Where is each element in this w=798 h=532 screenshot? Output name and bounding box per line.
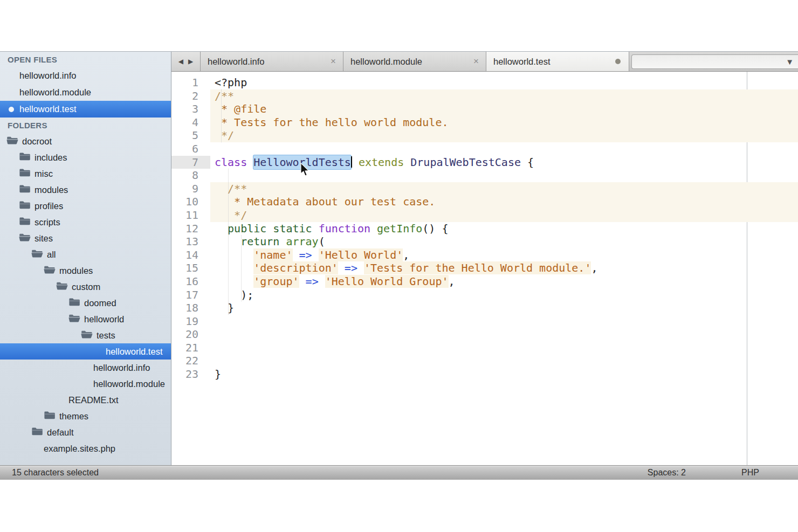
tree-item-label: helloworld.module	[93, 376, 165, 392]
code-line: 11 */	[171, 209, 798, 222]
tab-label: helloworld.info	[208, 57, 264, 66]
tab-close-icon[interactable]: ×	[331, 52, 336, 71]
code-line: 6	[171, 142, 798, 156]
code-line: 13 return array(	[171, 235, 798, 248]
line-number: 10	[171, 195, 210, 209]
code-token: ,	[449, 275, 455, 288]
folder-open-icon	[68, 311, 80, 327]
tree-file-item[interactable]: helloworld.module	[0, 376, 171, 392]
line-number: 20	[171, 328, 210, 341]
code-token: * @file	[215, 102, 266, 115]
open-files-list: helloworld.infohelloworld.modulehellowor…	[0, 67, 171, 118]
tree-item-label: custom	[72, 279, 100, 295]
code-token: function	[319, 222, 377, 235]
code-line-text: * Metadata about our test case.	[210, 195, 798, 209]
code-line-text: }	[210, 368, 798, 381]
tab-modified-dot-icon[interactable]	[615, 59, 621, 64]
code-token: ,	[591, 261, 597, 274]
folder-icon	[19, 149, 31, 165]
tree-file-item[interactable]: helloworld.info	[0, 360, 171, 376]
code-token: 'Hello World Group'	[325, 275, 449, 288]
tree-folder-item[interactable]: sites	[0, 230, 171, 246]
open-file-item[interactable]: helloworld.module	[0, 84, 171, 101]
code-token	[338, 261, 345, 274]
tree-folder-item[interactable]: tests	[0, 327, 171, 343]
tab-helloworld.module[interactable]: helloworld.module×	[343, 52, 486, 71]
code-line: 10 * Metadata about our test case.	[171, 195, 798, 209]
code-token: HelloworldTests	[253, 156, 351, 169]
code-line: 16 'group' => 'Hello World Group',	[171, 275, 798, 288]
code-token: ,	[403, 248, 409, 261]
sidebar: OPEN FILES helloworld.infohelloworld.mod…	[0, 52, 171, 465]
line-number: 9	[171, 182, 210, 196]
code-line-text: <?php	[210, 76, 798, 89]
code-line-text	[210, 142, 798, 156]
tree-folder-item[interactable]: default	[0, 424, 171, 440]
tree-folder-item[interactable]: helloworld	[0, 311, 171, 327]
folder-icon	[31, 424, 43, 440]
back-icon[interactable]: ◀	[178, 58, 183, 65]
tree-folder-item[interactable]: modules	[0, 262, 171, 279]
tab-helloworld.test[interactable]: helloworld.test	[486, 52, 629, 71]
editor-window: OPEN FILES helloworld.infohelloworld.mod…	[0, 51, 798, 480]
folder-icon	[44, 408, 56, 424]
line-number: 15	[171, 261, 210, 275]
indent-guide	[241, 235, 242, 301]
line-number: 16	[171, 275, 210, 288]
tree-file-item[interactable]: helloworld.test	[0, 343, 171, 360]
tree-folder-item[interactable]: profiles	[0, 198, 171, 214]
folder-icon	[19, 198, 31, 214]
tree-item-label: helloworld.info	[93, 360, 150, 376]
syntax-selector[interactable]: PHP	[741, 466, 759, 480]
code-line-text	[210, 315, 798, 328]
tree-folder-item[interactable]: themes	[0, 408, 171, 424]
tree-folder-item[interactable]: misc	[0, 165, 171, 182]
open-file-item[interactable]: helloworld.info	[0, 67, 171, 84]
tab-history-nav: ◀ ▶	[171, 52, 201, 71]
tree-folder-item[interactable]: includes	[0, 149, 171, 165]
code-line-text: 'name' => 'Hello World',	[210, 248, 798, 262]
tree-file-item[interactable]: README.txt	[0, 392, 171, 408]
tree-file-item[interactable]: example.sites.php	[0, 440, 171, 457]
forward-icon[interactable]: ▶	[188, 58, 193, 65]
code-token: 'group'	[253, 275, 299, 288]
tree-item-label: default	[47, 424, 74, 440]
code-line-text: */	[210, 129, 798, 142]
tab-list-dropdown-icon[interactable]: ▼	[786, 57, 794, 66]
folder-open-icon	[19, 230, 31, 246]
code-token: =>	[306, 275, 319, 288]
tree-folder-item[interactable]: custom	[0, 279, 171, 295]
folder-icon	[19, 182, 31, 198]
tree-folder-item[interactable]: modules	[0, 182, 171, 198]
line-number: 6	[171, 142, 210, 156]
code-token: getInfo	[377, 222, 422, 235]
code-token: );	[215, 288, 253, 301]
open-file-item[interactable]: helloworld.test	[0, 101, 171, 118]
code-line-text: */	[210, 209, 798, 222]
code-line: 17 );	[171, 288, 798, 302]
code-line-text: 'description' => 'Tests for the Hello Wo…	[210, 261, 798, 275]
indent-settings[interactable]: Spaces: 2	[648, 466, 686, 480]
tree-folder-item[interactable]: scripts	[0, 214, 171, 230]
code-token: return	[215, 235, 286, 248]
tree-item-label: includes	[35, 149, 67, 165]
code-line: 12 public static function getInfo() {	[171, 222, 798, 236]
tab-helloworld.info[interactable]: helloworld.info×	[201, 52, 343, 71]
line-number: 2	[171, 89, 210, 103]
line-number: 4	[171, 116, 210, 129]
tree-folder-item[interactable]: all	[0, 246, 171, 262]
code-line-text: /**	[210, 89, 798, 103]
tab-close-icon[interactable]: ×	[473, 52, 479, 71]
folder-open-icon	[81, 327, 93, 343]
code-editor[interactable]: 1<?php2/**3 * @file4 * Tests for the hel…	[171, 72, 798, 465]
tree-folder-item[interactable]: docroot	[0, 133, 171, 149]
code-token	[352, 156, 359, 169]
tree-folder-item[interactable]: doomed	[0, 295, 171, 311]
code-line-text: return array(	[210, 235, 798, 248]
code-token: (	[319, 235, 325, 248]
code-line: 5 */	[171, 129, 798, 142]
code-token: public static	[215, 222, 319, 235]
code-line: 1<?php	[171, 76, 798, 89]
code-line-text	[210, 341, 798, 355]
code-line: 15 'description' => 'Tests for the Hello…	[171, 261, 798, 275]
